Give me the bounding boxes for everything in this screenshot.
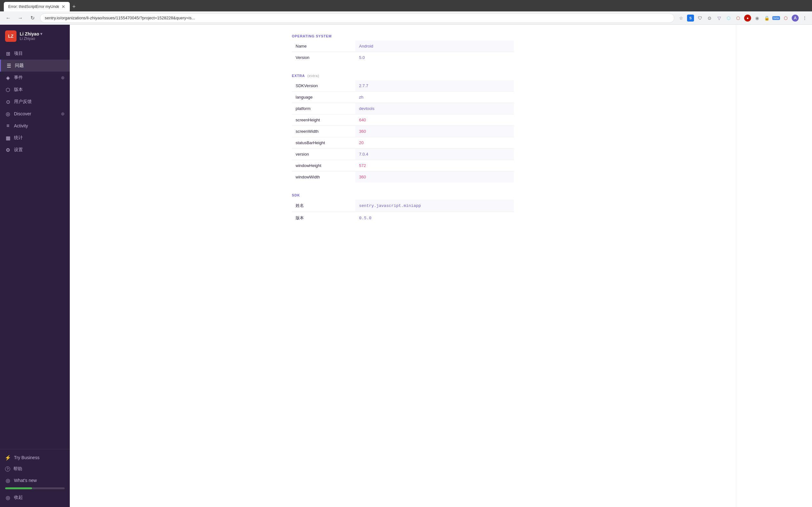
sidebar-footer-whats-new[interactable]: ◎ What's new [0,475,70,486]
extra-platform-value: devtools [355,103,514,114]
bookmark-icon[interactable]: ☆ [677,14,684,21]
help-label: 帮助 [13,466,22,472]
sidebar-item-label: 用户反馈 [14,99,65,105]
stats-icon: ▦ [5,135,11,141]
sidebar-item-label: 版本 [14,87,65,93]
discover-icon: ◎ [5,111,11,117]
extra-language-value: zh [355,92,514,103]
os-name-key: Name [292,41,355,52]
issues-icon: ☰ [6,63,12,68]
sidebar-item-settings[interactable]: ⚙ 设置 [0,144,70,156]
table-extra: SDKVersion 2.7.7 language zh platform de… [292,80,514,182]
sdk-name-value: sentry.javascript.miniapp [355,200,514,212]
sidebar-item-label: 问题 [15,63,65,68]
sidebar-org-info: Li Zhiyao ▾ Li Zhiyao [20,32,65,41]
sdk-name-key: 姓名 [292,200,355,212]
table-row: statusBarHeight 20 [292,137,514,149]
avatar-icon[interactable]: A [792,14,799,21]
events-icon: ◈ [5,75,11,80]
avatar: LZ [5,31,16,42]
sidebar-item-activity[interactable]: ≡ Activity [0,120,70,132]
table-row: windowHeight 572 [292,160,514,171]
table-row: 姓名 sentry.javascript.miniapp [292,200,514,212]
table-row: screenHeight 640 [292,114,514,126]
sidebar-item-feedback[interactable]: ⊙ 用户反馈 [0,96,70,108]
sidebar-chevron-icon: ▾ [40,32,42,36]
table-row: SDKVersion 2.7.7 [292,80,514,92]
nav-forward-button[interactable]: → [16,14,25,22]
collapse-label: 收起 [14,495,23,500]
ext-icon-beta[interactable]: beta [773,14,780,21]
table-row: language zh [292,92,514,103]
collapse-icon: ◎ [5,495,11,500]
table-row: Name Android [292,41,514,52]
extra-version-value: 7.0.4 [355,149,514,160]
extra-language-key: language [292,92,355,103]
table-row: screenWidth 360 [292,126,514,137]
section-header-extra: EXTRA (extra) [292,71,514,80]
table-sdk: 姓名 sentry.javascript.miniapp 版本 0.5.0 [292,200,514,224]
browser-tab[interactable]: Error: thirdScriptError myUnde... ✕ [4,2,70,11]
sidebar-item-events[interactable]: ◈ 事件 ⊕ [0,72,70,83]
section-header-sdk: SDK [292,190,514,200]
sidebar-item-issues[interactable]: ☰ 问题 [0,60,70,72]
extra-screenheight-key: screenHeight [292,114,355,126]
nav-back-button[interactable]: ← [4,14,13,22]
ext-icon-1[interactable]: S [687,14,694,21]
try-business-icon: ⚡ [5,455,11,460]
sidebar-footer-help[interactable]: ? 帮助 [0,463,70,475]
settings-icon: ⚙ [5,147,11,153]
os-version-key: Version [292,52,355,63]
sidebar-item-label: Activity [14,123,65,128]
nav-refresh-button[interactable]: ↻ [28,14,37,22]
sidebar-org-name: Li Zhiyao ▾ [20,32,65,37]
ext-icon-5[interactable]: ⬡ [725,14,732,21]
sidebar-item-label: 项目 [14,51,65,56]
section-title-os: OPERATING SYSTEM [292,34,332,38]
sidebar-footer-collapse[interactable]: ◎ 收起 [0,492,70,503]
ext-icon-6[interactable]: ⬡ [734,14,742,21]
sidebar-item-projects[interactable]: ⊞ 项目 [0,48,70,60]
ext-icon-10[interactable]: ⬡ [782,14,789,21]
sidebar-item-discover[interactable]: ◎ Discover ⊕ [0,108,70,120]
browser-extensions: ☆ S 🛡 ⊙ ▽ ⬡ ⬡ ● ◉ 🔒 beta ⬡ A ⋮ [677,14,808,21]
app-layout: LZ Li Zhiyao ▾ Li Zhiyao ⊞ 项目 ☰ 问题 ◈ [0,25,812,507]
right-panel [736,25,812,507]
new-tab-button[interactable]: + [72,3,76,10]
extra-screenwidth-value: 360 [355,126,514,137]
address-input[interactable] [40,13,674,23]
sidebar-org-sub: Li Zhiyao [20,37,65,41]
extra-sdkversion-key: SDKVersion [292,80,355,92]
sidebar-org-header[interactable]: LZ Li Zhiyao ▾ Li Zhiyao [0,25,70,46]
sidebar-footer-try-business[interactable]: ⚡ Try Business [0,452,70,463]
menu-icon[interactable]: ⋮ [801,14,808,21]
extra-windowwidth-key: windowWidth [292,171,355,183]
sidebar-item-stats[interactable]: ▦ 统计 [0,132,70,144]
ext-icon-9[interactable]: 🔒 [763,14,770,21]
section-title-extra: EXTRA [292,74,305,78]
tab-close-button[interactable]: ✕ [61,4,65,9]
extra-platform-key: platform [292,103,355,114]
feedback-icon: ⊙ [5,99,11,105]
sidebar-item-label: 统计 [14,135,65,141]
table-row: 版本 0.5.0 [292,212,514,224]
extra-windowwidth-value: 360 [355,171,514,183]
ext-icon-7[interactable]: ● [744,14,751,21]
extra-statusbarheight-key: statusBarHeight [292,137,355,149]
browser-chrome: Error: thirdScriptError myUnde... ✕ + [0,0,812,11]
discover-action-icon: ⊕ [61,111,65,116]
ext-icon-2[interactable]: 🛡 [697,14,704,21]
sidebar-footer: ⚡ Try Business ? 帮助 ◎ What's new ◎ 收起 [0,449,70,507]
table-row: windowWidth 360 [292,171,514,183]
whats-new-label: What's new [14,478,37,483]
table-os: Name Android Version 5.0 [292,41,514,63]
extra-windowheight-key: windowHeight [292,160,355,171]
ext-icon-4[interactable]: ▽ [716,14,722,21]
progress-bar-container [5,487,65,489]
sdk-version-value: 0.5.0 [355,212,514,224]
sidebar-item-releases[interactable]: ⬡ 版本 [0,83,70,96]
table-row: platform devtools [292,103,514,114]
ext-icon-3[interactable]: ⊙ [706,14,713,21]
ext-icon-8[interactable]: ◉ [754,14,761,21]
os-version-value: 5.0 [355,52,514,63]
